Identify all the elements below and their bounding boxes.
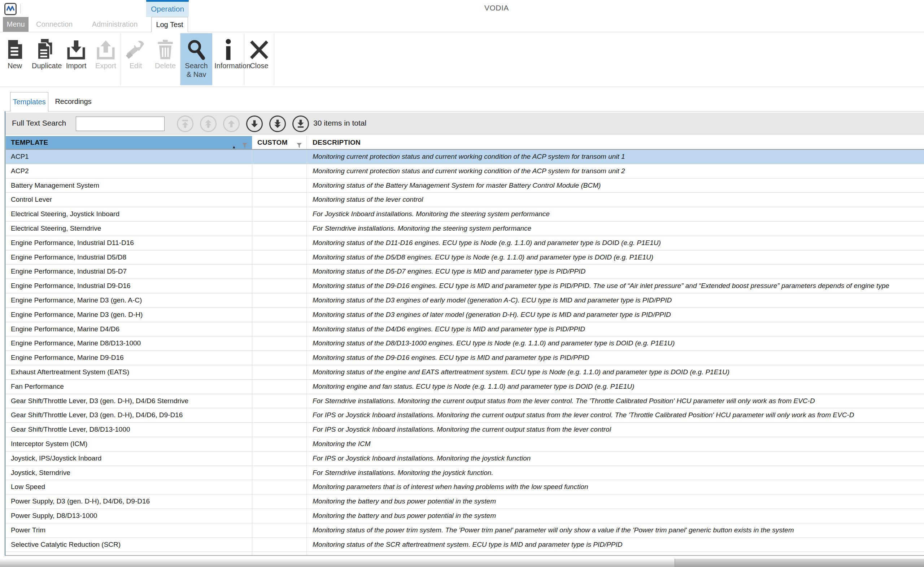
template-cell: Exhaust Aftertreatment System (EATS): [6, 365, 252, 380]
table-row[interactable]: Engine Performance, Marine D8/D13-1000Mo…: [6, 336, 924, 351]
ribbon-toolbar: NewDuplicateImportExportEditDeleteSearch…: [0, 32, 924, 87]
table-row[interactable]: Gear Shift/Throttle Lever, D3 (gen. D-H)…: [6, 408, 924, 423]
ribbon-group-separator: [274, 33, 274, 85]
description-cell: For Joystick Inboard installations. Moni…: [307, 207, 924, 221]
table-row[interactable]: Interceptor System (ICM)Monitoring the I…: [6, 437, 924, 452]
ribbon-button-duplicate[interactable]: Duplicate: [30, 33, 62, 85]
ribbon-button-import[interactable]: Import: [62, 33, 91, 85]
table-row[interactable]: Joystick, IPS/Joystick InboardFor IPS or…: [6, 452, 924, 466]
table-row[interactable]: Control LeverMonitoring status of the le…: [6, 193, 924, 207]
table-row[interactable]: Joystick, SterndriveFor Sterndrive insta…: [6, 466, 924, 480]
template-cell: Low Speed: [6, 480, 252, 494]
table-row[interactable]: Electrical Steering, Joystick InboardFor…: [6, 207, 924, 222]
template-cell: Power Supply, D3 (gen. D-H), D4/D6, D9-D…: [6, 495, 252, 508]
go-to-last-button[interactable]: [292, 116, 309, 132]
custom-cell: [252, 495, 307, 508]
arrow-down-to-bar-icon: [296, 119, 305, 129]
table-row[interactable]: Engine Performance, Industrial D9-D16Mon…: [6, 279, 924, 293]
template-cell: Selective Catalytic Reduction (SCR): [6, 538, 252, 552]
tab-templates[interactable]: Templates: [10, 92, 48, 111]
ribbon-button-new[interactable]: New: [0, 33, 30, 85]
table-row[interactable]: Power Supply, D3 (gen. D-H), D4/D6, D9-D…: [6, 495, 924, 509]
arrow-up-to-bar-icon: [180, 119, 190, 129]
filter-icon[interactable]: [296, 140, 302, 153]
arrow-up-icon: [226, 119, 236, 129]
search-icon: [186, 36, 207, 60]
filter-icon[interactable]: [242, 140, 248, 153]
ribbon-tab-menu[interactable]: Menu: [3, 17, 28, 32]
ribbon-tab-log-test[interactable]: Log Test: [151, 17, 188, 32]
custom-cell: [252, 336, 307, 351]
description-cell: Monitoring status of the D3 engines of e…: [307, 293, 924, 308]
table-row[interactable]: Electrical Steering, SterndriveFor Stern…: [6, 222, 924, 236]
ribbon-button-label: Close: [250, 62, 268, 70]
description-cell: Monitoring status of the engine and EATS…: [307, 365, 924, 380]
table-row[interactable]: Engine Performance, Industrial D5/D8Moni…: [6, 250, 924, 265]
template-cell: Interceptor System (ICM): [6, 437, 252, 451]
context-tab-operation[interactable]: Operation: [146, 0, 189, 17]
table-row[interactable]: Battery Management SystemMonitoring stat…: [6, 178, 924, 193]
table-header-row: TEMPLATE ▲ CUSTOM DESCRIPTION: [6, 136, 924, 150]
table-row[interactable]: Engine Performance, Marine D9-D16Monitor…: [6, 351, 924, 365]
wrench-icon: [125, 36, 146, 60]
table-row[interactable]: Engine Performance, Marine D4/D6Monitori…: [6, 322, 924, 337]
custom-cell: [252, 207, 307, 221]
table-row[interactable]: ACP1Monitoring current protection status…: [6, 150, 924, 164]
custom-cell: [252, 480, 307, 494]
column-header-description[interactable]: DESCRIPTION: [307, 136, 924, 149]
arrow-down-icon: [250, 119, 259, 129]
table-row[interactable]: Low SpeedMonitoring parameters that is o…: [6, 480, 924, 495]
custom-cell: [252, 524, 307, 537]
table-row[interactable]: Fan PerformanceMonitoring engine and fan…: [6, 380, 924, 394]
table-row[interactable]: Gear Shift/Throttle Lever, D8/D13-1000Fo…: [6, 423, 924, 437]
template-cell: Power Trim: [6, 524, 252, 537]
horizontal-scrollbar-thumb[interactable]: [0, 559, 675, 567]
table-row[interactable]: Exhaust Aftertreatment System (EATS)Moni…: [6, 365, 924, 380]
ribbon-button-label: Search & Nav: [183, 62, 210, 79]
custom-cell: [252, 538, 307, 552]
ribbon-button-close[interactable]: Close: [244, 33, 274, 85]
table-row[interactable]: Power TrimMonitoring status of the power…: [6, 524, 924, 538]
tab-recordings[interactable]: Recordings: [51, 92, 96, 111]
titlebar: VODIA: [0, 0, 924, 17]
table-row[interactable]: Gear Shift/Throttle Lever, D3 (gen. D-H)…: [6, 394, 924, 408]
ribbon-button-label: Edit: [130, 62, 142, 70]
vodia-logo-icon[interactable]: [4, 3, 16, 15]
description-cell: Monitoring the ICM: [307, 437, 924, 451]
template-cell: Battery Management System: [6, 178, 252, 193]
template-cell: ACP1: [6, 150, 252, 164]
table-row[interactable]: Selective Catalytic Reduction (SCR)Monit…: [6, 538, 924, 552]
double-arrow-down-icon: [273, 119, 282, 129]
ribbon-button-label: New: [8, 62, 22, 70]
custom-cell: [252, 351, 307, 365]
page-down-button[interactable]: [269, 116, 286, 132]
ribbon-button-information[interactable]: Information: [212, 33, 244, 85]
description-cell: Monitoring status of the Battery Managem…: [307, 178, 924, 193]
ribbon-button-search-nav[interactable]: Search & Nav: [180, 33, 212, 85]
table-row[interactable]: Power Supply, D8/D13-1000Monitoring the …: [6, 509, 924, 524]
description-cell: For IPS or Joystick Inboard installation…: [307, 423, 924, 437]
description-cell: Monitoring the battery and bus power pot…: [307, 495, 924, 508]
custom-cell: [252, 308, 307, 322]
template-cell: Engine Performance, Marine D3 (gen. D-H): [6, 308, 252, 322]
column-header-custom[interactable]: CUSTOM: [252, 136, 307, 149]
close-icon: [249, 36, 269, 60]
table-row[interactable]: ACP2Monitoring current protection status…: [6, 164, 924, 178]
ribbon-tab-row: MenuConnectionAdministrationLog Test: [0, 17, 924, 32]
next-button[interactable]: [246, 116, 263, 132]
full-text-search-input[interactable]: [76, 117, 165, 131]
description-cell: For IPS or Joystick Inboard installation…: [307, 408, 924, 422]
table-row[interactable]: Engine Performance, Industrial D5-D7Moni…: [6, 264, 924, 279]
custom-cell: [252, 236, 307, 250]
table-row[interactable]: Engine Performance, Marine D3 (gen. A-C)…: [6, 293, 924, 308]
horizontal-scrollbar-track[interactable]: [0, 559, 924, 567]
table-row[interactable]: Engine Performance, Marine D3 (gen. D-H)…: [6, 308, 924, 322]
template-cell: Engine Performance, Industrial D9-D16: [6, 279, 252, 293]
column-header-template[interactable]: TEMPLATE ▲: [6, 136, 252, 149]
info-icon: [226, 36, 231, 60]
description-cell: Monitoring engine and fan status. ECU ty…: [307, 380, 924, 394]
template-cell: Power Supply, D8/D13-1000: [6, 509, 252, 523]
custom-cell: [252, 509, 307, 523]
ribbon-tab-connection: Connection: [36, 17, 72, 32]
table-row[interactable]: Engine Performance, Industrial D11-D16Mo…: [6, 236, 924, 250]
